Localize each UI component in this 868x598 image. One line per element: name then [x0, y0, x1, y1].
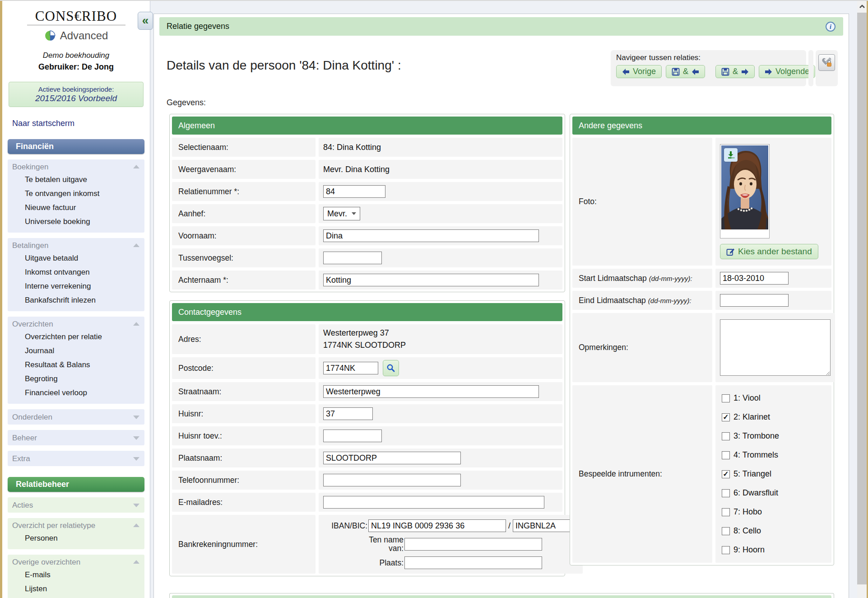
- instrument-label: 5: Triangel: [733, 469, 771, 479]
- checkbox-unchecked[interactable]: [722, 394, 730, 402]
- admin-tools-button[interactable]: [818, 54, 835, 71]
- ten-name-van-input[interactable]: [404, 538, 542, 551]
- instrument-option-cello[interactable]: 8: Cello: [722, 526, 779, 536]
- row-voornaam: Voornaam:: [172, 226, 562, 245]
- sidebar-item-bestanden[interactable]: Bestanden: [11, 596, 141, 598]
- group-title-overzichten[interactable]: Overzichten: [11, 319, 141, 330]
- group-title-overzicht-per-relatietype[interactable]: Overzicht per relatietype: [11, 520, 141, 531]
- plaatsnaam-input[interactable]: [323, 452, 461, 464]
- huisnr-toev-input[interactable]: [323, 430, 382, 442]
- sidebar-group-betalingen: Betalingen Uitgave betaald Inkomst ontva…: [8, 238, 144, 311]
- checkbox-unchecked[interactable]: [722, 527, 730, 535]
- chevron-up-icon[interactable]: [133, 243, 139, 247]
- chevron-up-icon[interactable]: [133, 322, 139, 326]
- chevron-down-icon[interactable]: [133, 504, 139, 507]
- sidebar-item-te-ontvangen-inkomst[interactable]: Te ontvangen inkomst: [11, 187, 141, 201]
- group-title-onderdelen[interactable]: Onderdelen: [11, 412, 141, 423]
- instrument-option-klarinet[interactable]: ✓ 2: Klarinet: [722, 412, 779, 422]
- sidebar-item-interne-verrekening[interactable]: Interne verrekening: [11, 279, 141, 293]
- group-title-extra[interactable]: Extra: [11, 453, 141, 464]
- emailadres-input[interactable]: [323, 496, 544, 509]
- voornaam-input[interactable]: [323, 229, 539, 242]
- instrument-option-trommels[interactable]: 4: Trommels: [722, 450, 779, 460]
- achternaam-input[interactable]: [323, 274, 539, 286]
- huisnr-input[interactable]: [323, 407, 373, 420]
- instrument-option-viool[interactable]: 1: Viool: [722, 393, 779, 403]
- active-period-label: Actieve boekingsperiode:: [11, 85, 141, 93]
- instrument-option-triangel[interactable]: ✓ 5: Triangel: [722, 469, 779, 479]
- chevron-down-icon[interactable]: [133, 436, 139, 440]
- sidebar-item-personen[interactable]: Personen: [11, 531, 141, 545]
- aanhef-select[interactable]: Mevr.: [323, 207, 360, 220]
- sidebar-item-lijsten[interactable]: Lijsten: [11, 582, 141, 596]
- instrument-option-hobo[interactable]: 7: Hobo: [722, 507, 779, 517]
- chevron-down-icon[interactable]: [133, 457, 139, 461]
- start-lidmaatschap-input[interactable]: [720, 272, 789, 285]
- download-photo-button[interactable]: [724, 148, 738, 162]
- opmerkingen-textarea[interactable]: [720, 319, 831, 376]
- checkbox-unchecked[interactable]: [722, 546, 730, 554]
- sidebar-item-begroting[interactable]: Begroting: [11, 372, 141, 386]
- instrument-option-dwarsfluit[interactable]: 6: Dwarsfluit: [722, 488, 779, 498]
- bank-plaats-input[interactable]: [404, 556, 542, 569]
- chevron-up-icon[interactable]: [133, 523, 139, 527]
- row-achternaam: Achternaam *:: [172, 271, 562, 290]
- checkbox-checked[interactable]: ✓: [722, 470, 730, 478]
- sidebar-item-uitgave-betaald[interactable]: Uitgave betaald: [11, 251, 141, 265]
- tussenvoegsel-input[interactable]: [323, 252, 382, 264]
- bic-input[interactable]: [513, 519, 578, 532]
- checkbox-unchecked[interactable]: [722, 489, 730, 497]
- group-title-boekingen[interactable]: Boekingen: [11, 162, 141, 173]
- save-and-previous-button[interactable]: &: [666, 65, 705, 78]
- sidebar-item-emails[interactable]: E-mails: [11, 568, 141, 582]
- vertical-scrollbar[interactable]: [857, 1, 867, 598]
- sidebar-item-te-betalen-uitgave[interactable]: Te betalen uitgave: [11, 173, 141, 187]
- sidebar-group-acties[interactable]: Acties: [8, 497, 144, 513]
- chevron-down-icon[interactable]: [133, 416, 139, 419]
- scrollbar-thumb[interactable]: [857, 13, 867, 584]
- scrollbar-up-arrow[interactable]: [857, 1, 867, 12]
- home-link[interactable]: Naar startscherm: [12, 119, 144, 128]
- iban-input[interactable]: [368, 519, 506, 532]
- instrument-option-trombone[interactable]: 3: Trombone: [722, 431, 779, 441]
- checkbox-unchecked[interactable]: [722, 508, 730, 516]
- info-icon[interactable]: i: [825, 21, 836, 32]
- row-postcode: Postcode:: [172, 357, 562, 379]
- sidebar-item-financieel-verloop[interactable]: Financieel verloop: [11, 386, 141, 400]
- choose-other-file-button[interactable]: Kies ander bestand: [720, 244, 818, 259]
- chevron-up-icon[interactable]: [133, 560, 139, 564]
- sidebar-section-relatiebeheer[interactable]: Relatiebeheer: [8, 477, 144, 492]
- sidebar-item-nieuwe-factuur[interactable]: Nieuwe factuur: [11, 201, 141, 215]
- sidebar-section-financien[interactable]: Financiën: [8, 139, 144, 154]
- sidebar-group-extra[interactable]: Extra: [8, 451, 144, 466]
- save-and-next-button[interactable]: &: [715, 65, 755, 78]
- relatienummer-input[interactable]: [323, 185, 385, 198]
- sidebar-item-resultaat-balans[interactable]: Resultaat & Balans: [11, 358, 141, 372]
- group-title-acties[interactable]: Acties: [11, 500, 141, 511]
- sidebar-item-universele-boeking[interactable]: Universele boeking: [11, 215, 141, 229]
- checkbox-unchecked[interactable]: [722, 451, 730, 459]
- group-title-overige-overzichten[interactable]: Overige overzichten: [11, 557, 141, 568]
- group-title-betalingen[interactable]: Betalingen: [11, 240, 141, 251]
- postcode-input[interactable]: [323, 362, 378, 374]
- instrument-option-hoorn[interactable]: 9: Hoorn: [722, 545, 779, 555]
- sidebar-group-onderdelen[interactable]: Onderdelen: [8, 409, 144, 425]
- adres-line2: 1774NK SLOOTDORP: [323, 339, 406, 351]
- checkbox-unchecked[interactable]: [722, 432, 730, 440]
- previous-button[interactable]: Vorige: [616, 65, 662, 78]
- sidebar-group-beheer[interactable]: Beheer: [8, 430, 144, 445]
- sidebar-item-inkomst-ontvangen[interactable]: Inkomst ontvangen: [11, 265, 141, 279]
- sidebar-item-journaal[interactable]: Journaal: [11, 344, 141, 358]
- next-button[interactable]: Volgende: [759, 65, 815, 78]
- chevron-up-icon[interactable]: [133, 165, 139, 168]
- instrument-label: 2: Klarinet: [733, 412, 770, 422]
- straatnaam-input[interactable]: [323, 385, 539, 398]
- eind-lidmaatschap-input[interactable]: [720, 294, 789, 307]
- telefoonnummer-input[interactable]: [323, 474, 461, 486]
- checkbox-checked[interactable]: ✓: [722, 413, 730, 421]
- group-title-beheer[interactable]: Beheer: [11, 433, 141, 444]
- sidebar-collapse-button[interactable]: «: [138, 12, 153, 30]
- sidebar-item-overzichten-per-relatie[interactable]: Overzichten per relatie: [11, 330, 141, 344]
- postcode-lookup-button[interactable]: [383, 360, 399, 376]
- sidebar-item-bankafschrift-inlezen[interactable]: Bankafschrift inlezen: [11, 293, 141, 307]
